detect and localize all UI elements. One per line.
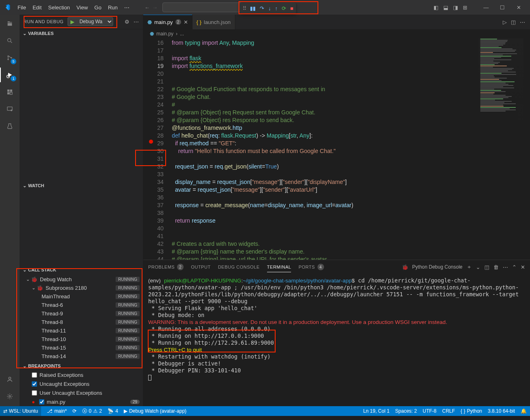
- menu-edit[interactable]: Edit: [30, 3, 44, 12]
- callstack-item[interactable]: Thread-8RUNNING: [20, 318, 143, 326]
- checkbox[interactable]: [32, 381, 37, 387]
- gear-icon[interactable]: ⚙: [125, 19, 129, 25]
- kill-terminal-icon[interactable]: 🗑: [493, 264, 499, 270]
- debug-config-selector[interactable]: ▶ Debug Wa: [68, 17, 113, 26]
- split-editor-icon[interactable]: ◫: [511, 19, 516, 25]
- menu-go[interactable]: Go: [92, 3, 104, 12]
- close-panel-button[interactable]: ✕: [521, 264, 525, 270]
- panel-tab-output[interactable]: OUTPUT: [191, 262, 210, 272]
- menu-view[interactable]: View: [74, 3, 91, 12]
- callstack-item[interactable]: Thread-9RUNNING: [20, 309, 143, 318]
- run-debug-tab[interactable]: 1: [4, 69, 15, 81]
- panel-tab-debug-console[interactable]: DEBUG CONSOLE: [218, 262, 259, 272]
- callstack-section-header[interactable]: ⌄CALL STACK: [20, 265, 143, 274]
- chevron-down-icon[interactable]: ⌄: [476, 264, 480, 270]
- source-control-tab[interactable]: 5: [4, 52, 15, 63]
- start-debug-button[interactable]: ▶: [68, 19, 77, 25]
- layout-secondary-icon[interactable]: ◨: [453, 4, 458, 11]
- callstack-item[interactable]: MainThreadRUNNING: [20, 292, 143, 301]
- eol[interactable]: CRLF: [442, 408, 455, 414]
- close-tab-icon[interactable]: ✕: [184, 19, 188, 25]
- maximize-button[interactable]: ☐: [494, 1, 510, 13]
- terminal-name[interactable]: Python Debug Console: [412, 264, 462, 270]
- testing-tab[interactable]: [4, 120, 15, 132]
- watch-section-header[interactable]: ⌄WATCH: [20, 181, 143, 190]
- step-into-button[interactable]: ↓: [268, 5, 271, 11]
- problems-indicator[interactable]: ⓧ 0 ⚠ 2: [82, 408, 102, 415]
- minimap[interactable]: [479, 38, 523, 128]
- split-terminal-icon[interactable]: ◫: [484, 264, 489, 270]
- more-icon[interactable]: ⋯: [503, 264, 508, 270]
- language-mode[interactable]: { } Python: [461, 408, 482, 414]
- menu-file[interactable]: File: [15, 3, 29, 12]
- variables-section-header[interactable]: ⌄VARIABLES: [20, 29, 143, 38]
- indentation[interactable]: Spaces: 2: [395, 408, 417, 414]
- new-terminal-button[interactable]: ＋: [466, 263, 472, 271]
- nav-back-icon[interactable]: ←: [145, 4, 150, 11]
- panel-tab-ports[interactable]: PORTS4: [298, 261, 324, 273]
- callstack-item[interactable]: Thread-11RUNNING: [20, 326, 143, 335]
- extensions-tab[interactable]: [4, 86, 15, 98]
- menu-overflow[interactable]: ⋯: [121, 3, 132, 12]
- editor-tab[interactable]: ⬣main.py2✕: [143, 15, 193, 29]
- run-icon[interactable]: ▷: [503, 19, 507, 25]
- menu-run[interactable]: Run: [105, 3, 120, 12]
- remote-indicator[interactable]: ⇄ WSL: Ubuntu: [0, 406, 41, 416]
- layout-primary-icon[interactable]: ◧: [434, 4, 438, 11]
- checkbox[interactable]: [32, 390, 37, 396]
- menubar: FileEditSelectionViewGoRun⋯: [15, 3, 132, 12]
- breakpoint-option[interactable]: Uncaught Exceptions: [20, 379, 143, 388]
- remote-explorer-tab[interactable]: [4, 103, 15, 115]
- more-icon[interactable]: ⋯: [520, 19, 525, 25]
- minimize-button[interactable]: ―: [478, 1, 494, 13]
- nav-forward-icon[interactable]: →: [152, 4, 158, 11]
- maximize-panel-button[interactable]: ⌃: [512, 264, 517, 270]
- panel-tab-problems[interactable]: PROBLEMS2: [148, 261, 184, 273]
- panel-tab-terminal[interactable]: TERMINAL: [267, 262, 291, 272]
- layout-customize-icon[interactable]: ⊞: [463, 4, 467, 11]
- ports-indicator[interactable]: 📡 4: [107, 408, 118, 414]
- svg-point-1: [7, 55, 9, 57]
- checkbox[interactable]: [32, 372, 37, 378]
- pause-button[interactable]: ▮▮: [250, 5, 256, 11]
- terminal-output[interactable]: (env) pierrick@LAPTOP-HKU5PNNG:~/git/goo…: [143, 274, 530, 406]
- notifications-icon[interactable]: 🔔: [521, 408, 527, 414]
- step-out-button[interactable]: ↑: [275, 5, 278, 11]
- debug-status[interactable]: ▶ Debug Watch (avatar-app): [124, 408, 186, 414]
- search-tab[interactable]: [4, 35, 15, 46]
- breakpoint-option[interactable]: User Uncaught Exceptions: [20, 388, 143, 397]
- activity-bar: 5 1: [0, 15, 20, 406]
- more-icon[interactable]: ⋯: [134, 19, 139, 25]
- checkbox[interactable]: [39, 399, 44, 405]
- callstack-item[interactable]: ⌄🐞Debug WatchRUNNING: [20, 275, 143, 284]
- editor-tab[interactable]: { }launch.json: [193, 15, 235, 29]
- explorer-tab[interactable]: [4, 18, 15, 29]
- accounts-button[interactable]: [4, 374, 15, 385]
- cursor-position[interactable]: Ln 19, Col 1: [363, 408, 390, 414]
- breakpoint-dot-icon[interactable]: [149, 140, 153, 144]
- debug-toolbar[interactable]: ⠿ ▮▮ ↷ ↓ ↑ ⟳ ■: [240, 2, 296, 14]
- close-window-button[interactable]: ✕: [510, 1, 527, 13]
- breadcrumb[interactable]: ⬣ main.py › ...: [143, 29, 530, 38]
- callstack-item[interactable]: Thread-10RUNNING: [20, 335, 143, 343]
- stop-button[interactable]: ■: [290, 5, 293, 11]
- restart-button[interactable]: ⟳: [282, 5, 286, 11]
- drag-grip-icon[interactable]: ⠿: [243, 5, 246, 11]
- debug-config-dropdown[interactable]: Debug Wa: [77, 18, 113, 25]
- code-editor[interactable]: 1617181920212223242526272829303132333435…: [143, 38, 530, 260]
- callstack-item[interactable]: Thread-6RUNNING: [20, 301, 143, 309]
- breakpoint-file[interactable]: ●main.py29: [20, 397, 143, 406]
- breakpoints-section-header[interactable]: ⌄BREAKPOINTS: [20, 361, 143, 370]
- encoding[interactable]: UTF-8: [423, 408, 436, 414]
- python-interpreter[interactable]: 3.8.10 64-bit: [488, 408, 515, 414]
- sync-indicator[interactable]: ⟳: [72, 408, 77, 414]
- callstack-item[interactable]: Thread-15RUNNING: [20, 343, 143, 352]
- breakpoint-option[interactable]: Raised Exceptions: [20, 370, 143, 379]
- callstack-item[interactable]: ⌄🐞Subprocess 2180RUNNING: [20, 284, 143, 292]
- step-over-button[interactable]: ↷: [260, 5, 264, 11]
- callstack-item[interactable]: Thread-14RUNNING: [20, 352, 143, 361]
- layout-panel-icon[interactable]: ⬓: [443, 4, 448, 11]
- branch-indicator[interactable]: ⎇ main*: [47, 408, 67, 414]
- settings-button[interactable]: [4, 391, 15, 402]
- menu-selection[interactable]: Selection: [45, 3, 72, 12]
